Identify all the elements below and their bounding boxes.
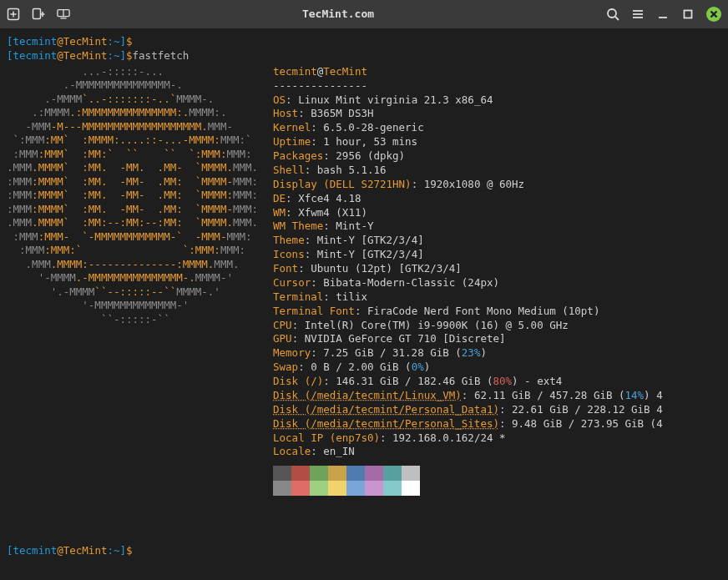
color-swatch <box>291 481 310 496</box>
color-swatch <box>402 481 420 496</box>
info-row: Shell: bash 5.1.16 <box>273 164 663 178</box>
info-row: Memory: 7.25 GiB / 31.28 GiB (23%) <box>273 346 663 361</box>
disk-path-link[interactable]: Disk (/media/tecmint/Personal_Sites) <box>273 417 499 430</box>
info-row: WM Theme: Mint-Y <box>273 219 663 234</box>
info-row: DE: Xfce4 4.18 <box>273 192 663 206</box>
svg-point-9 <box>608 9 616 18</box>
info-row: Theme: Mint-Y [GTK2/3/4] <box>273 234 663 248</box>
svg-rect-15 <box>685 11 692 18</box>
svg-rect-3 <box>33 9 41 19</box>
info-row: Terminal: tilix <box>273 290 663 305</box>
info-row: OS: Linux Mint virginia 21.3 x86_64 <box>273 93 663 108</box>
prompt-line: [tecmint@TecMint:~]$fastfetch <box>7 49 721 63</box>
info-row: Kernel: 6.5.0-28-generic <box>273 121 663 135</box>
color-swatch <box>383 466 402 481</box>
fastfetch-output: ...-:::::-... .-MMMMMMMMMMMMMMM-. .-MMMM… <box>7 65 721 500</box>
info-row: Local IP (enp7s0): 192.168.0.162/24 * <box>273 431 663 446</box>
search-icon[interactable] <box>606 8 619 21</box>
info-row: Disk (/media/tecmint/Linux_VM): 62.11 Gi… <box>273 389 663 403</box>
info-row: GPU: NVIDIA GeForce GT 710 [Discrete] <box>273 332 663 346</box>
info-row: Locale: en_IN <box>273 445 663 459</box>
menu-icon[interactable] <box>631 8 645 21</box>
ascii-logo: ...-:::::-... .-MMMMMMMMMMMMMMM-. .-MMMM… <box>7 65 258 500</box>
window-title: TecMint.com <box>70 7 606 22</box>
info-row: Host: B365M DS3H <box>273 107 663 121</box>
info-row: Font: Ubuntu (12pt) [GTK2/3/4] <box>273 262 663 276</box>
info-row: WM: Xfwm4 (X11) <box>273 206 663 220</box>
color-swatch <box>365 481 383 496</box>
close-button[interactable] <box>706 7 721 22</box>
info-row: Packages: 2956 (dpkg) <box>273 149 663 164</box>
terminal-viewport[interactable]: [tecmint@TecMint:~]$ [tecmint@TecMint:~]… <box>0 28 728 500</box>
info-row: Disk (/media/tecmint/Personal_Sites): 9.… <box>273 417 663 431</box>
color-swatch <box>310 481 328 496</box>
new-tab-icon[interactable] <box>7 8 20 21</box>
prompt-line: [tecmint@TecMint:~]$ <box>7 35 721 49</box>
maximize-button[interactable] <box>681 8 695 21</box>
color-swatch <box>346 481 365 496</box>
color-swatch <box>346 466 365 481</box>
minimize-button[interactable] <box>656 8 670 21</box>
color-swatch <box>310 466 328 481</box>
color-palette <box>273 466 420 496</box>
color-swatch <box>328 466 346 481</box>
info-row: Uptime: 1 hour, 53 mins <box>273 135 663 149</box>
layout-icon[interactable] <box>57 8 70 21</box>
info-row: Icons: Mint-Y [GTK2/3/4] <box>273 248 663 262</box>
titlebar: TecMint.com <box>0 0 728 28</box>
color-swatch <box>383 481 402 496</box>
disk-path-link[interactable]: Disk (/media/tecmint/Linux_VM) <box>273 389 462 401</box>
color-swatch <box>328 481 346 496</box>
info-row: Terminal Font: FiraCode Nerd Font Mono M… <box>273 305 663 319</box>
color-swatch <box>291 466 310 481</box>
prompt-line: [tecmint@TecMint:~]$ <box>7 544 133 558</box>
system-info: tecmint@TecMint --------------- OS: Linu… <box>273 65 663 500</box>
color-swatch <box>365 466 383 481</box>
info-row: Display (DELL S2721HN): 1920x1080 @ 60Hz <box>273 178 663 192</box>
info-row: Disk (/): 146.31 GiB / 182.46 GiB (80%) … <box>273 375 663 389</box>
info-row: Disk (/media/tecmint/Personal_Data1): 22… <box>273 403 663 417</box>
color-swatch <box>402 466 420 481</box>
info-row: Cursor: Bibata-Modern-Classic (24px) <box>273 276 663 290</box>
color-swatch <box>273 466 291 481</box>
svg-line-10 <box>615 17 619 20</box>
info-row: Swap: 0 B / 2.00 GiB (0%) <box>273 361 663 375</box>
info-row: CPU: Intel(R) Core(TM) i9-9900K (16) @ 5… <box>273 319 663 333</box>
color-swatch <box>273 481 291 496</box>
disk-path-link[interactable]: Disk (/media/tecmint/Personal_Data1) <box>273 403 499 416</box>
new-window-icon[interactable] <box>32 8 45 21</box>
